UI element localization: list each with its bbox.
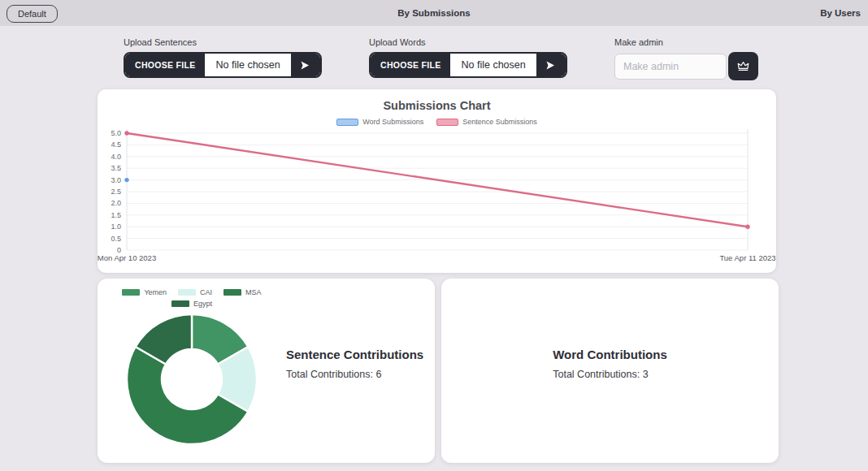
topbar-title: By Submissions <box>0 8 868 18</box>
sentence-card-text: Sentence Contributions Total Contributio… <box>286 264 435 463</box>
donut-legend-item: Egypt <box>171 300 212 308</box>
legend-item: Sentence Submissions <box>436 118 537 126</box>
by-users-link[interactable]: By Users <box>820 8 861 18</box>
legend-label: Word Submissions <box>362 118 423 126</box>
make-admin-label: Make admin <box>614 37 758 47</box>
svg-text:4.5: 4.5 <box>111 140 121 149</box>
donut-legend-label: MSA <box>245 288 262 296</box>
word-card-text: Word Contributions Total Contributions: … <box>553 348 667 380</box>
line-chart: 5.04.54.03.53.02.52.01.51.00.50Mon Apr 1… <box>98 127 776 266</box>
upload-words-submit-button[interactable] <box>536 54 566 76</box>
donut-legend-swatch <box>171 300 189 307</box>
upload-sentences-choose-file-button[interactable]: CHOOSE FILE <box>125 54 205 76</box>
upload-sentences-file-status: No file chosen <box>205 54 290 76</box>
donut-legend-swatch <box>122 289 140 296</box>
make-admin-control <box>614 52 758 80</box>
arrow-right-icon <box>300 60 310 71</box>
sentence-card-total: Total Contributions: 6 <box>286 369 435 380</box>
svg-text:2.0: 2.0 <box>111 199 121 207</box>
sentence-contributions-card: YemenCAIMSAEgypt Sentence Contributions … <box>98 279 435 463</box>
word-contributions-card: Word Contributions Total Contributions: … <box>441 279 779 463</box>
donut-legend-label: Egypt <box>193 300 212 308</box>
upload-sentences-file-control: CHOOSE FILE No file chosen <box>124 52 322 78</box>
donut-legend-swatch <box>178 289 196 296</box>
make-admin-button[interactable] <box>728 52 758 80</box>
legend-swatch <box>336 119 358 126</box>
make-admin-input[interactable] <box>614 54 727 80</box>
donut-chart <box>124 312 259 447</box>
svg-text:4.0: 4.0 <box>111 153 121 161</box>
legend-item: Word Submissions <box>336 118 423 126</box>
line-chart-legend: Word SubmissionsSentence Submissions <box>98 118 776 126</box>
upload-words-file-status: No file chosen <box>450 54 536 76</box>
svg-text:5.0: 5.0 <box>111 129 121 137</box>
crown-icon <box>736 59 750 73</box>
legend-label: Sentence Submissions <box>462 118 537 126</box>
arrow-right-icon <box>545 60 556 71</box>
make-admin-group: Make admin <box>614 37 758 80</box>
svg-text:0.5: 0.5 <box>111 235 121 243</box>
upload-words-group: Upload Words CHOOSE FILE No file chosen <box>369 37 567 78</box>
submissions-chart-card: Submissions Chart Word SubmissionsSenten… <box>98 89 776 273</box>
donut-legend-label: Yemen <box>144 288 167 296</box>
word-card-title: Word Contributions <box>553 348 667 361</box>
upload-sentences-label: Upload Sentences <box>124 37 322 47</box>
svg-text:3.0: 3.0 <box>111 176 121 184</box>
upload-sentences-submit-button[interactable] <box>291 54 320 76</box>
upload-sentences-group: Upload Sentences CHOOSE FILE No file cho… <box>124 37 322 78</box>
svg-text:Mon Apr 10 2023: Mon Apr 10 2023 <box>98 253 156 262</box>
donut-legend-swatch <box>224 289 241 296</box>
svg-text:2.5: 2.5 <box>111 188 121 196</box>
legend-swatch <box>436 119 458 126</box>
dashboard-screen: Default By Submissions By Users Upload S… <box>0 0 868 471</box>
donut-legend: YemenCAIMSAEgypt <box>111 288 273 308</box>
chart-title: Submissions Chart <box>98 99 776 112</box>
donut-legend-item: MSA <box>224 288 262 296</box>
upload-words-file-control: CHOOSE FILE No file chosen <box>369 52 567 78</box>
svg-text:Tue Apr 11 2023: Tue Apr 11 2023 <box>719 253 775 262</box>
upload-words-choose-file-button[interactable]: CHOOSE FILE <box>371 54 450 76</box>
donut-column: YemenCAIMSAEgypt <box>98 279 286 463</box>
topbar: Default By Submissions By Users <box>0 0 868 26</box>
svg-text:1.5: 1.5 <box>111 211 121 219</box>
word-card-total: Total Contributions: 3 <box>553 369 667 380</box>
svg-text:1.0: 1.0 <box>111 223 121 231</box>
upload-words-label: Upload Words <box>369 37 567 47</box>
donut-legend-item: CAI <box>178 288 212 296</box>
sentence-card-title: Sentence Contributions <box>286 348 435 361</box>
donut-legend-label: CAI <box>200 288 212 296</box>
svg-text:3.5: 3.5 <box>111 164 121 172</box>
donut-legend-item: Yemen <box>122 288 167 296</box>
